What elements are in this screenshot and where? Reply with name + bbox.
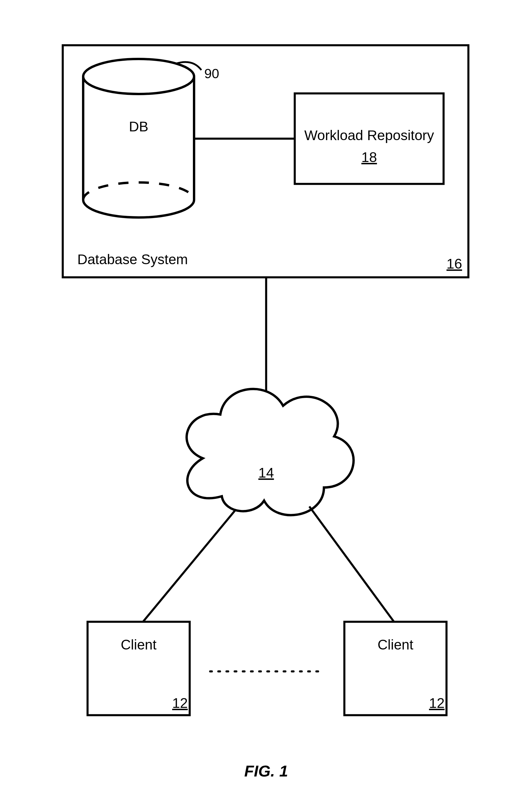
workload-repository-box: Workload Repository 18	[295, 93, 443, 184]
db-cylinder: DB	[83, 59, 194, 218]
workload-repository-title: Workload Repository	[304, 128, 434, 143]
cloud-ref: 14	[258, 465, 274, 481]
svg-point-1	[83, 59, 194, 94]
client-left-ref: 12	[172, 695, 188, 711]
network-cloud: 14	[187, 389, 354, 515]
client-left-label: Client	[121, 637, 157, 652]
client-box-left: Client 12	[88, 622, 190, 715]
diagram-figure-1: Database System 16 DB 90 Workload Reposi…	[0, 0, 532, 801]
workload-repository-ref: 18	[361, 149, 377, 165]
database-system-ref: 16	[446, 256, 462, 272]
link-cloud-left-client	[143, 510, 235, 622]
link-cloud-right-client	[309, 506, 394, 622]
db-ref: 90	[204, 66, 219, 81]
db-label: DB	[129, 119, 149, 134]
database-system-title: Database System	[77, 252, 188, 267]
figure-caption: FIG. 1	[244, 762, 288, 780]
client-right-label: Client	[378, 637, 414, 652]
database-system-box: Database System 16	[63, 45, 468, 277]
client-right-ref: 12	[429, 695, 444, 711]
client-box-right: Client 12	[344, 622, 446, 715]
svg-rect-0	[63, 45, 468, 277]
